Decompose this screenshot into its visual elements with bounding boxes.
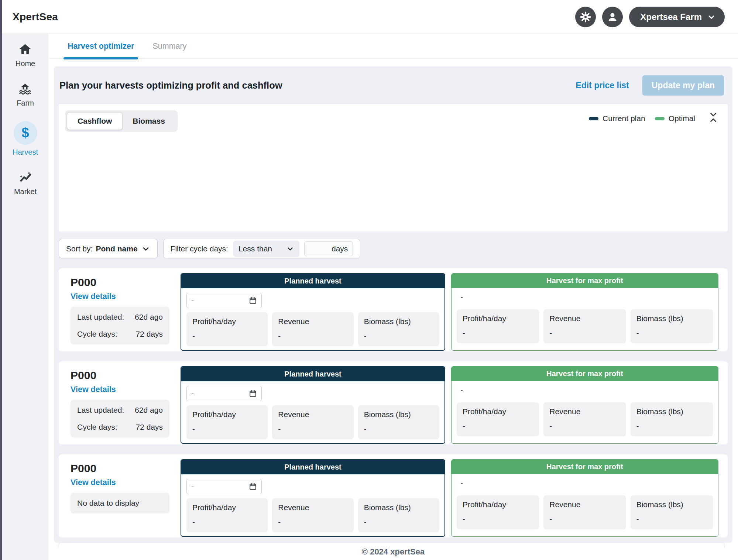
- sidebar-item-market[interactable]: Market: [14, 170, 37, 196]
- last-updated-value: 62d ago: [135, 406, 163, 415]
- tab-label: Harvest optimizer: [68, 42, 134, 51]
- metric-biomass: Biomass (lbs) -: [631, 309, 713, 343]
- cycle-days-input[interactable]: [309, 244, 332, 253]
- cycle-days-value: 72 days: [135, 423, 163, 432]
- cycle-days-input-box: days: [304, 241, 353, 256]
- pond-info: P000 View details Last updated: 62d ago …: [59, 268, 181, 351]
- pond-row: P000 View details No data to display Pla…: [59, 454, 728, 537]
- metric-profit: Profit/ha/day -: [457, 309, 539, 343]
- top-bar-actions: Xpertsea Farm: [575, 7, 725, 27]
- pond-stats-box: No data to display: [71, 493, 169, 513]
- top-bar: XpertSea: [0, 0, 738, 34]
- pond-info: P000 View details Last updated: 62d ago …: [59, 361, 181, 444]
- calendar-icon: [249, 482, 257, 491]
- sidebar: Home Farm $ Harvest: [2, 34, 48, 560]
- max-profit-body: - Profit/ha/day - Revenue - Biom: [452, 381, 718, 441]
- cycle-days-label: Cycle days:: [77, 330, 117, 339]
- metric-revenue: Revenue -: [543, 495, 626, 529]
- max-profit-box: Harvest for max profit - Profit/ha/day -…: [451, 366, 718, 444]
- page-footer: © 2024 xpertSea: [48, 543, 738, 560]
- tab-summary[interactable]: Summary: [148, 42, 190, 58]
- active-tab-underline: [63, 57, 138, 59]
- metric-revenue: Revenue -: [272, 405, 353, 439]
- planned-harvest-header: Planned harvest: [181, 460, 444, 474]
- view-details-link[interactable]: View details: [71, 385, 116, 394]
- sort-by-value: Pond name: [96, 244, 137, 253]
- metric-profit: Profit/ha/day -: [457, 402, 539, 436]
- metric-revenue: Revenue -: [272, 498, 353, 532]
- update-my-plan-button[interactable]: Update my plan: [642, 75, 724, 96]
- cycle-days-label: Cycle days:: [77, 423, 117, 432]
- max-profit-date: -: [460, 386, 713, 395]
- sidebar-item-home[interactable]: Home: [16, 42, 35, 68]
- dollar-icon: $: [14, 121, 37, 145]
- sidebar-item-harvest[interactable]: $ Harvest: [13, 121, 38, 157]
- planned-harvest-box: Planned harvest - Profit/ha/day -: [181, 366, 445, 444]
- farm-selector-label: Xpertsea Farm: [640, 12, 702, 22]
- metric-biomass: Biomass (lbs) -: [358, 312, 439, 346]
- max-profit-metrics: Profit/ha/day - Revenue - Biomass (lbs) …: [457, 402, 713, 436]
- account-button[interactable]: [602, 7, 623, 27]
- harvest-date-picker[interactable]: -: [186, 479, 262, 494]
- harvest-date-picker[interactable]: -: [186, 386, 262, 401]
- pond-stats-box: Last updated: 62d ago Cycle days: 72 day…: [71, 307, 169, 344]
- cycle-days-line: Cycle days: 72 days: [77, 330, 163, 339]
- days-unit-label: days: [332, 244, 348, 253]
- last-updated-label: Last updated:: [77, 406, 124, 415]
- pond-stats-box: Last updated: 62d ago Cycle days: 72 day…: [71, 400, 169, 437]
- collapse-chart-button[interactable]: [708, 111, 720, 123]
- last-updated-value: 62d ago: [135, 313, 163, 322]
- legend-label: Optimal: [669, 114, 695, 123]
- current-plan-swatch: [589, 117, 598, 120]
- max-profit-date: -: [460, 293, 713, 302]
- metric-revenue: Revenue -: [543, 402, 626, 436]
- no-data-label: No data to display: [77, 499, 139, 508]
- sidebar-item-farm[interactable]: Farm: [17, 82, 34, 107]
- cycle-days-line: Cycle days: 72 days: [77, 423, 163, 432]
- metric-profit: Profit/ha/day -: [186, 498, 268, 532]
- max-profit-header: Harvest for max profit: [452, 460, 718, 474]
- max-profit-metrics: Profit/ha/day - Revenue - Biomass (lbs) …: [457, 309, 713, 343]
- sort-by-dropdown[interactable]: Sort by: Pond name: [59, 239, 158, 258]
- person-icon: [607, 11, 618, 23]
- sidebar-item-label: Harvest: [13, 148, 38, 157]
- harvest-date-picker[interactable]: -: [186, 293, 262, 308]
- filter-operator-select[interactable]: Less than: [233, 241, 299, 257]
- cycle-days-filter: Filter cycle days: Less than days: [163, 239, 360, 258]
- pond-name: P000: [71, 369, 181, 382]
- chart-mode-toggle: Cashflow Biomass: [65, 110, 178, 132]
- filter-cycle-days-label: Filter cycle days:: [171, 244, 228, 253]
- harvest-date-value: -: [191, 389, 194, 398]
- metric-biomass: Biomass (lbs) -: [358, 498, 439, 532]
- toggle-biomass[interactable]: Biomass: [122, 113, 175, 130]
- planned-metrics: Profit/ha/day - Revenue - Biomass (lbs) …: [186, 405, 439, 439]
- view-details-link[interactable]: View details: [71, 478, 116, 487]
- last-updated-label: Last updated:: [77, 313, 124, 322]
- sort-filter-row: Sort by: Pond name Filter cycle days: Le…: [59, 239, 728, 258]
- metric-profit: Profit/ha/day -: [457, 495, 539, 529]
- farm-icon: [18, 82, 32, 96]
- metric-biomass: Biomass (lbs) -: [631, 495, 713, 529]
- metric-profit: Profit/ha/day -: [186, 312, 268, 346]
- planned-harvest-box: Planned harvest - Profit/ha/day -: [181, 273, 445, 351]
- tab-harvest-optimizer[interactable]: Harvest optimizer: [63, 42, 138, 58]
- edit-price-list-link[interactable]: Edit price list: [576, 80, 629, 90]
- sort-by-label: Sort by:: [66, 244, 93, 253]
- settings-button[interactable]: [575, 7, 596, 27]
- panel-heading-row: Plan your harvests optimizing profit and…: [59, 66, 728, 104]
- app-logo: XpertSea: [13, 11, 58, 23]
- last-updated-line: Last updated: 62d ago: [77, 406, 163, 415]
- sidebar-item-label: Farm: [17, 99, 34, 107]
- copyright-text: © 2024 xpertSea: [48, 543, 738, 557]
- max-profit-box: Harvest for max profit - Profit/ha/day -…: [451, 459, 718, 537]
- calendar-icon: [249, 296, 257, 305]
- legend-optimal: Optimal: [655, 114, 695, 123]
- toggle-cashflow[interactable]: Cashflow: [67, 113, 122, 130]
- farm-selector[interactable]: Xpertsea Farm: [629, 7, 725, 27]
- planned-harvest-header: Planned harvest: [181, 274, 444, 288]
- cycle-days-value: 72 days: [135, 330, 163, 339]
- view-details-link[interactable]: View details: [71, 292, 116, 301]
- pond-name: P000: [71, 276, 181, 289]
- harvest-date-value: -: [191, 482, 194, 491]
- pond-info: P000 View details No data to display: [59, 454, 181, 537]
